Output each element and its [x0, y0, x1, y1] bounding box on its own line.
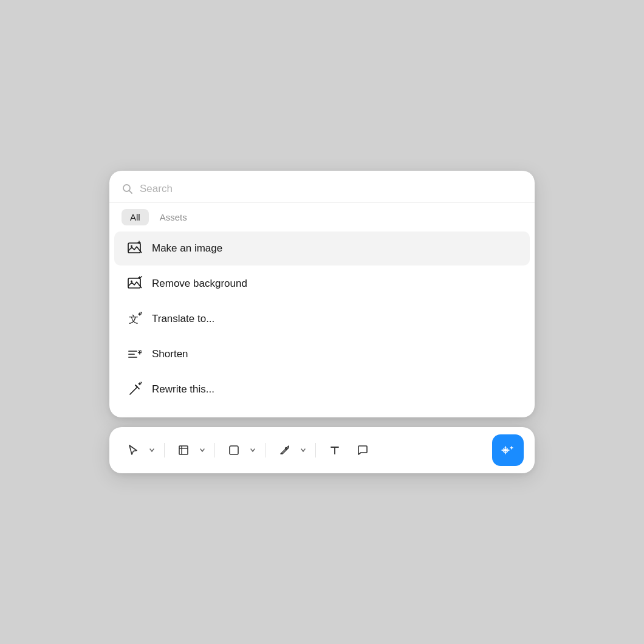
- frame-tool-chevron[interactable]: [196, 437, 208, 463]
- separator-3: [265, 443, 265, 457]
- rewrite-icon: [126, 381, 143, 398]
- menu-item-make-an-image[interactable]: Make an image: [114, 231, 530, 265]
- chevron-down-icon: [149, 447, 155, 453]
- text-tool-button[interactable]: [322, 437, 348, 463]
- shape-icon: [228, 444, 240, 456]
- shape-tool-chevron[interactable]: [247, 437, 259, 463]
- tab-assets[interactable]: Assets: [151, 209, 196, 225]
- search-panel: All Assets Make an image: [109, 171, 535, 417]
- menu-item-make-an-image-label: Make an image: [152, 242, 222, 255]
- svg-rect-2: [128, 243, 140, 253]
- toolbar-panel: [109, 427, 535, 473]
- svg-line-22: [130, 387, 137, 394]
- pen-tool-chevron[interactable]: [297, 437, 309, 463]
- select-tool-group: [120, 437, 158, 463]
- chevron-down-icon: [300, 447, 306, 453]
- tab-all[interactable]: All: [122, 209, 149, 225]
- svg-point-7: [131, 281, 132, 283]
- pen-tool-button[interactable]: [272, 437, 297, 463]
- comment-icon: [357, 444, 369, 456]
- menu-item-translate[interactable]: 文 Translate to...: [114, 302, 530, 336]
- svg-rect-31: [230, 446, 238, 454]
- menu-list: Make an image Remove background: [109, 231, 535, 406]
- remove-bg-icon: [126, 275, 143, 292]
- pen-icon: [278, 444, 290, 456]
- translate-icon: 文: [126, 310, 143, 327]
- text-icon: [329, 444, 341, 456]
- separator-4: [315, 443, 316, 457]
- search-input[interactable]: [140, 183, 522, 195]
- frame-tool-button[interactable]: [171, 437, 196, 463]
- svg-rect-6: [128, 278, 140, 288]
- image-ai-icon: [126, 240, 143, 257]
- frame-icon: [177, 444, 190, 456]
- menu-item-rewrite[interactable]: Rewrite this...: [114, 372, 530, 406]
- menu-item-translate-label: Translate to...: [152, 313, 214, 325]
- search-icon: [122, 183, 134, 195]
- svg-point-3: [131, 245, 132, 247]
- menu-item-remove-background[interactable]: Remove background: [114, 267, 530, 301]
- select-tool-button[interactable]: [120, 437, 146, 463]
- comment-tool-button[interactable]: [350, 437, 375, 463]
- frame-tool-group: [171, 437, 208, 463]
- separator-2: [214, 443, 215, 457]
- chevron-down-icon: [250, 447, 256, 453]
- svg-line-1: [129, 191, 132, 194]
- ai-tool-button[interactable]: [492, 434, 524, 466]
- shorten-icon: [126, 346, 143, 363]
- pen-tool-group: [272, 437, 309, 463]
- svg-text:文: 文: [129, 314, 139, 324]
- select-tool-chevron[interactable]: [146, 437, 158, 463]
- chevron-down-icon: [199, 447, 205, 453]
- svg-line-21: [141, 351, 142, 351]
- search-row: [109, 178, 535, 203]
- svg-line-24: [135, 385, 137, 387]
- shape-tool-group: [221, 437, 259, 463]
- svg-line-27: [141, 382, 142, 383]
- tabs-row: All Assets: [109, 203, 535, 229]
- svg-line-20: [139, 351, 140, 351]
- svg-line-10: [142, 276, 142, 277]
- menu-item-shorten-label: Shorten: [152, 348, 188, 360]
- menu-item-shorten[interactable]: Shorten: [114, 337, 530, 371]
- svg-rect-28: [179, 446, 188, 454]
- menu-item-rewrite-label: Rewrite this...: [152, 383, 214, 396]
- cursor-icon: [127, 444, 139, 456]
- ai-sparkle-icon: [499, 442, 516, 459]
- menu-item-remove-background-label: Remove background: [152, 278, 247, 290]
- separator-1: [164, 443, 165, 457]
- shape-tool-button[interactable]: [221, 437, 247, 463]
- svg-line-14: [141, 312, 142, 313]
- svg-point-35: [504, 449, 507, 452]
